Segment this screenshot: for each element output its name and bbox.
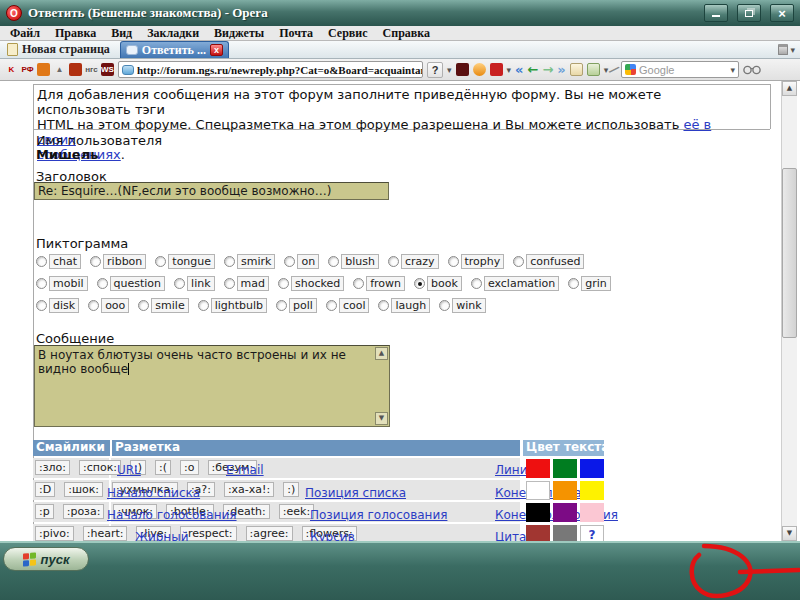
menu-item[interactable]: Закладки — [147, 26, 199, 41]
search-dropdown-icon[interactable]: ▾ — [730, 65, 735, 75]
radio-chat[interactable] — [36, 256, 47, 267]
picto-option-disk[interactable]: disk — [36, 298, 79, 313]
picto-option-ribbon[interactable]: ribbon — [90, 254, 146, 269]
markup-link[interactable]: URL — [117, 463, 141, 477]
url-field[interactable]: http://forum.ngs.ru/newreply.php?Cat=o&B… — [118, 61, 423, 78]
extension-icon-1[interactable] — [456, 63, 469, 76]
smiley-:eek:[interactable]: :eek: — [279, 504, 314, 519]
picto-option-wink[interactable]: wink — [439, 298, 485, 313]
back-icon[interactable]: ← — [527, 62, 538, 77]
bookmark-rf-icon[interactable]: РФ — [21, 63, 34, 76]
picto-option-lightbulb[interactable]: lightbulb — [198, 298, 267, 313]
smiley-:спок:[interactable]: :спок: — [79, 460, 121, 475]
picto-option-crazy[interactable]: crazy — [388, 254, 439, 269]
bookmark-k-icon[interactable]: K — [5, 63, 18, 76]
picto-option-confused[interactable]: confused — [513, 254, 584, 269]
picto-option-mad[interactable]: mad — [224, 276, 269, 291]
radio-grin[interactable] — [568, 278, 579, 289]
smiley-:шок:[interactable]: :шок: — [64, 482, 103, 497]
radio-tongue[interactable] — [155, 256, 166, 267]
markup-link[interactable]: E-mail — [226, 463, 264, 477]
radio-question[interactable] — [97, 278, 108, 289]
smiley-:heart:[interactable]: :heart: — [83, 526, 128, 541]
menu-item[interactable]: Вид — [111, 26, 132, 41]
color-swatch[interactable] — [553, 481, 577, 500]
smiley-:роза:[interactable]: :роза: — [63, 504, 105, 519]
radio-laugh[interactable] — [378, 300, 389, 311]
color-swatch[interactable] — [526, 503, 550, 522]
picto-option-ooo[interactable]: ooo — [88, 298, 129, 313]
bookmark-ws-icon[interactable]: WS — [101, 63, 114, 76]
picto-option-shocked[interactable]: shocked — [278, 276, 344, 291]
picto-option-blush[interactable]: blush — [328, 254, 379, 269]
markup-link[interactable]: Позиция списка — [305, 486, 406, 500]
smiley-:зло:[interactable]: :зло: — [35, 460, 70, 475]
bookmark-orange-icon[interactable] — [37, 63, 50, 76]
color-swatch[interactable] — [553, 503, 577, 522]
smiley-:)[interactable]: :) — [283, 482, 299, 497]
color-swatch[interactable] — [580, 459, 604, 478]
radio-crazy[interactable] — [388, 256, 399, 267]
picto-option-smirk[interactable]: smirk — [224, 254, 275, 269]
radio-poll[interactable] — [276, 300, 287, 311]
radio-shocked[interactable] — [278, 278, 289, 289]
url-dropdown-icon[interactable]: ▾ — [447, 65, 452, 75]
smiley-:o[interactable]: :o — [180, 460, 198, 475]
radio-mad[interactable] — [224, 278, 235, 289]
color-unknown-swatch[interactable]: ? — [580, 525, 604, 541]
menu-item[interactable]: Файл — [10, 26, 40, 41]
menu-item[interactable]: Сервис — [328, 26, 368, 41]
color-swatch[interactable] — [553, 525, 577, 541]
picto-option-smile[interactable]: smile — [138, 298, 188, 313]
menu-item[interactable]: Правка — [55, 26, 96, 41]
search-box[interactable]: Google ▾ — [621, 61, 739, 78]
radio-blush[interactable] — [328, 256, 339, 267]
smiley-:respect:[interactable]: :respect: — [180, 526, 236, 541]
tab-new-page[interactable]: Новая страница — [5, 42, 120, 57]
radio-exclamation[interactable] — [471, 278, 482, 289]
stop-dropdown-icon[interactable]: ▾ — [507, 65, 512, 75]
stop-icon[interactable] — [490, 63, 503, 76]
rewind-icon[interactable]: « — [515, 62, 523, 77]
picto-option-on[interactable]: on — [284, 254, 319, 269]
download-icon[interactable] — [587, 63, 600, 76]
radio-smirk[interactable] — [224, 256, 235, 267]
message-scroll-up-icon[interactable]: ▲ — [375, 347, 388, 360]
color-swatch[interactable] — [580, 481, 604, 500]
picto-option-tongue[interactable]: tongue — [155, 254, 215, 269]
radio-frown[interactable] — [353, 278, 364, 289]
subject-input[interactable]: Re: Esquire…(NF,если это вообще возможно… — [34, 182, 389, 200]
markup-link[interactable]: Позиция голосования — [310, 508, 447, 522]
color-swatch[interactable] — [526, 459, 550, 478]
scroll-down-icon[interactable]: ▼ — [782, 526, 797, 541]
picto-option-chat[interactable]: chat — [36, 254, 81, 269]
smiley-:ха-ха!:[interactable]: :ха-ха!: — [224, 482, 274, 497]
scroll-up-icon[interactable]: ▲ — [782, 81, 797, 96]
picto-option-grin[interactable]: grin — [568, 276, 611, 291]
radio-link[interactable] — [174, 278, 185, 289]
radio-mobil[interactable] — [36, 278, 47, 289]
smiley-:p[interactable]: :p — [35, 504, 54, 519]
radio-disk[interactable] — [36, 300, 47, 311]
radio-ooo[interactable] — [88, 300, 99, 311]
markup-link[interactable]: Начало списка — [107, 486, 200, 500]
fast-forward-icon[interactable]: » — [557, 62, 565, 77]
picto-option-book[interactable]: book — [414, 276, 462, 291]
bookmark-triangle-icon[interactable]: ▲ — [53, 63, 66, 76]
message-textarea[interactable]: В ноутах блютузы очень часто встроены и … — [34, 345, 390, 427]
session-icon[interactable] — [570, 63, 583, 76]
picto-option-question[interactable]: question — [97, 276, 166, 291]
picto-option-laugh[interactable]: laugh — [378, 298, 430, 313]
scrollbar-thumb[interactable] — [782, 168, 797, 338]
picto-option-frown[interactable]: frown — [353, 276, 405, 291]
color-swatch[interactable] — [526, 525, 550, 541]
page-scrollbar[interactable]: ▲ ▼ — [781, 81, 797, 541]
radio-wink[interactable] — [439, 300, 450, 311]
tab-reply[interactable]: Ответить ... x — [120, 41, 229, 58]
menu-item[interactable]: Почта — [279, 26, 313, 41]
menu-item[interactable]: Справка — [383, 26, 430, 41]
radio-trophy[interactable] — [448, 256, 459, 267]
help-button[interactable]: ? — [427, 62, 443, 78]
radio-confused[interactable] — [513, 256, 524, 267]
picto-option-link[interactable]: link — [174, 276, 214, 291]
